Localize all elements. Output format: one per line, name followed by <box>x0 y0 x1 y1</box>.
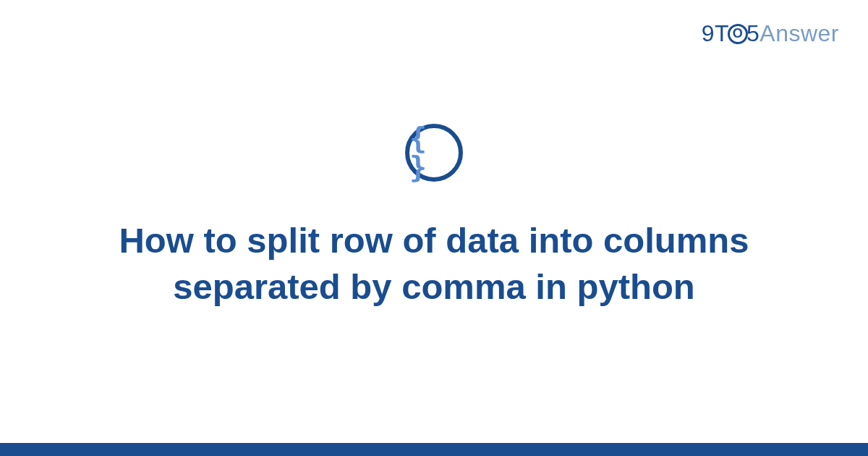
footer-accent-bar <box>0 443 868 456</box>
page-title: How to split row of data into columns se… <box>87 218 781 310</box>
braces-icon: { } <box>409 124 459 182</box>
main-content: { } How to split row of data into column… <box>0 0 868 456</box>
code-badge-icon: { } <box>405 124 463 182</box>
